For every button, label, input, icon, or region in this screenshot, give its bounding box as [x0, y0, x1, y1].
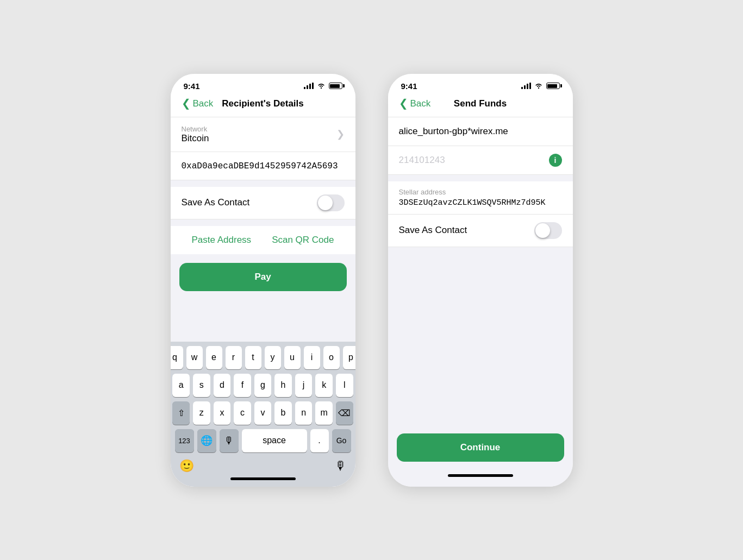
phone1-content: Network Bitcoin ❯ Save As Contact Paste …: [171, 117, 355, 487]
svg-point-0: [320, 87, 321, 89]
network-row[interactable]: Network Bitcoin ❯: [171, 117, 355, 152]
network-label: Network: [182, 125, 209, 133]
status-icons-right: [521, 83, 560, 89]
stellar-value: 3DSEzUq2avzCZLK1WSQV5RHMz7d95K: [399, 198, 562, 207]
info-icon[interactable]: i: [549, 154, 562, 167]
info-label: i: [554, 156, 557, 165]
key-mic-icon[interactable]: 🎙: [220, 429, 239, 452]
battery-icon-left: [329, 83, 342, 89]
stellar-row: Stellar address 3DSEzUq2avzCZLK1WSQV5RHM…: [388, 181, 573, 215]
status-time-right: 9:41: [401, 81, 417, 91]
key-g[interactable]: g: [254, 374, 272, 397]
key-f[interactable]: f: [234, 374, 251, 397]
toggle-knob-left: [318, 196, 333, 210]
key-r[interactable]: r: [226, 346, 242, 369]
network-value: Bitcoin: [182, 133, 209, 144]
key-k[interactable]: k: [315, 374, 333, 397]
key-y[interactable]: y: [265, 346, 281, 369]
back-label-right: Back: [410, 98, 431, 109]
status-icons-left: [304, 83, 342, 89]
key-globe-icon[interactable]: 🌐: [197, 429, 216, 452]
address-input[interactable]: [182, 161, 345, 171]
page-title-right: Send Funds: [454, 98, 507, 109]
key-c[interactable]: c: [234, 401, 251, 425]
address-row[interactable]: [171, 152, 355, 180]
key-q[interactable]: q: [171, 346, 183, 369]
keyboard-mic-icon[interactable]: 🎙: [335, 459, 347, 473]
stellar-label: Stellar address: [399, 188, 562, 196]
key-period[interactable]: .: [310, 429, 329, 452]
signal-icon-left: [304, 83, 314, 89]
key-l[interactable]: l: [336, 374, 353, 397]
key-space[interactable]: space: [242, 429, 307, 452]
key-s[interactable]: s: [193, 374, 210, 397]
recipient-display: alice_burton-gbp*wirex.me: [388, 117, 573, 146]
back-chevron-icon-right: ❮: [399, 98, 408, 109]
wifi-icon-left: [317, 83, 326, 89]
key-backspace[interactable]: ⌫: [336, 401, 353, 425]
save-contact-toggle-right[interactable]: [534, 222, 562, 239]
key-h[interactable]: h: [274, 374, 292, 397]
key-b[interactable]: b: [274, 401, 292, 425]
back-button-right[interactable]: ❮ Back: [399, 98, 431, 109]
key-shift[interactable]: ⇧: [172, 401, 190, 425]
key-o[interactable]: o: [323, 346, 340, 369]
key-w[interactable]: w: [186, 346, 203, 369]
memo-input[interactable]: 214101243: [399, 155, 445, 166]
keyboard: q w e r t y u i o p a s d f g: [171, 342, 355, 487]
key-n[interactable]: n: [295, 401, 313, 425]
back-label-left: Back: [193, 98, 214, 109]
signal-icon-right: [521, 83, 531, 89]
status-time-left: 9:41: [184, 81, 200, 91]
key-u[interactable]: u: [284, 346, 301, 369]
save-contact-row-left: Save As Contact: [171, 187, 355, 219]
phone-send-funds: 9:41 ❮: [388, 74, 573, 487]
key-t[interactable]: t: [245, 346, 261, 369]
status-bar-left: 9:41: [171, 74, 355, 95]
key-go[interactable]: Go: [332, 429, 351, 452]
keyboard-row-1: q w e r t y u i o p: [173, 346, 353, 369]
actions-row: Paste Address Scan QR Code: [171, 226, 355, 254]
scan-qr-button[interactable]: Scan QR Code: [272, 235, 334, 246]
spacer: [388, 175, 573, 181]
key-m[interactable]: m: [315, 401, 333, 425]
back-chevron-icon-left: ❮: [182, 98, 191, 109]
continue-button[interactable]: Continue: [397, 433, 564, 462]
save-contact-label-left: Save As Contact: [182, 197, 250, 208]
key-p[interactable]: p: [343, 346, 355, 369]
home-indicator-right: [448, 474, 513, 477]
keyboard-extras: 🙂 🎙: [173, 457, 353, 474]
key-d[interactable]: d: [214, 374, 231, 397]
key-z[interactable]: z: [193, 401, 210, 425]
save-contact-label-right: Save As Contact: [399, 225, 467, 236]
memo-row[interactable]: 214101243 i: [388, 146, 573, 175]
battery-icon-right: [546, 83, 560, 89]
recipient-name: alice_burton-gbp*wirex.me: [399, 126, 508, 136]
key-j[interactable]: j: [295, 374, 313, 397]
keyboard-row-2: a s d f g h j k l: [173, 374, 353, 397]
paste-address-button[interactable]: Paste Address: [192, 235, 252, 246]
key-123[interactable]: 123: [175, 429, 194, 452]
save-contact-toggle-left[interactable]: [317, 194, 345, 211]
home-indicator-left: [230, 477, 296, 480]
network-chevron-icon: ❯: [336, 128, 345, 140]
nav-bar-right: ❮ Back Send Funds: [388, 95, 573, 117]
back-button-left[interactable]: ❮ Back: [182, 98, 214, 109]
toggle-knob-right: [535, 223, 550, 238]
keyboard-row-3: ⇧ z x c v b n m ⌫: [173, 401, 353, 425]
nav-bar-left: ❮ Back Recipient's Details: [171, 95, 355, 117]
status-bar-right: 9:41: [388, 74, 573, 95]
page-title-left: Recipient's Details: [222, 98, 304, 109]
emoji-icon[interactable]: 🙂: [179, 459, 194, 473]
phone2-content: alice_burton-gbp*wirex.me 214101243 i St…: [388, 117, 573, 487]
key-i[interactable]: i: [304, 346, 320, 369]
save-contact-row-right: Save As Contact: [388, 215, 573, 247]
key-v[interactable]: v: [254, 401, 272, 425]
keyboard-bottom-row: 123 🌐 🎙 space . Go: [173, 429, 353, 452]
key-a[interactable]: a: [172, 374, 190, 397]
phone-recipient-details: 9:41: [171, 74, 355, 487]
key-x[interactable]: x: [214, 401, 231, 425]
key-e[interactable]: e: [206, 346, 222, 369]
wifi-icon-right: [534, 83, 543, 89]
pay-button[interactable]: Pay: [179, 263, 347, 291]
